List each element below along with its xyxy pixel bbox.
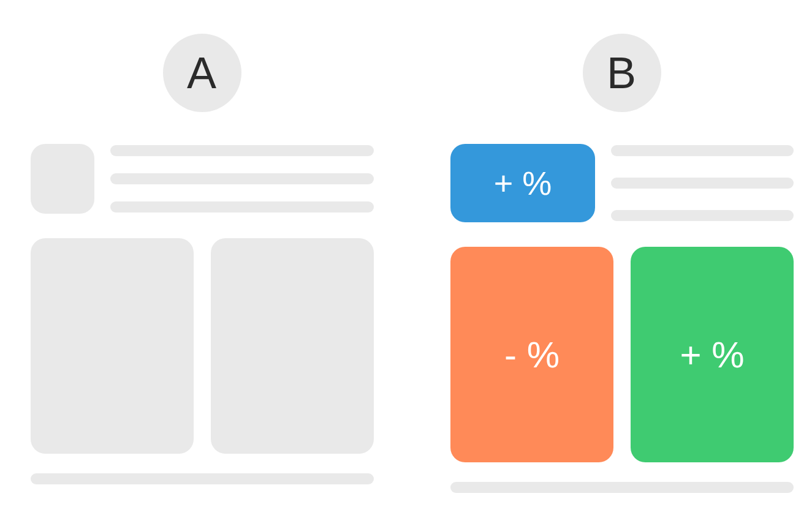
placeholder-line: [110, 201, 374, 212]
variant-a-badge: A: [163, 34, 241, 112]
placeholder-thumb: [31, 144, 94, 214]
placeholder-line: [611, 178, 794, 189]
metric-block-header: + %: [450, 144, 595, 222]
placeholder-footer: [31, 473, 374, 484]
placeholder-card: [211, 238, 374, 454]
placeholder-line: [110, 145, 374, 156]
metric-text: - %: [504, 334, 560, 376]
variant-b-badge: B: [583, 34, 661, 112]
metric-text: + %: [494, 164, 552, 202]
placeholder-line: [611, 145, 794, 156]
variant-b-cards: - % + %: [450, 247, 794, 462]
ab-test-diagram: A B + %: [0, 0, 812, 526]
placeholder-line: [110, 173, 374, 184]
variant-b-label: B: [607, 48, 637, 98]
metric-card-left: - %: [450, 247, 613, 462]
metric-card-right: + %: [631, 247, 794, 462]
placeholder-lines: [611, 144, 794, 222]
placeholder-card: [31, 238, 194, 454]
variant-b: B + % - % + %: [450, 34, 794, 493]
variant-a-cards: [31, 238, 374, 454]
placeholder-lines: [110, 144, 374, 214]
metric-text: + %: [680, 334, 744, 376]
variant-a-label: A: [187, 48, 218, 98]
placeholder-footer: [450, 482, 794, 493]
placeholder-line: [611, 210, 794, 221]
variant-b-header: + %: [450, 144, 794, 222]
variant-a-header: [31, 144, 374, 214]
variant-a: A: [31, 34, 374, 484]
